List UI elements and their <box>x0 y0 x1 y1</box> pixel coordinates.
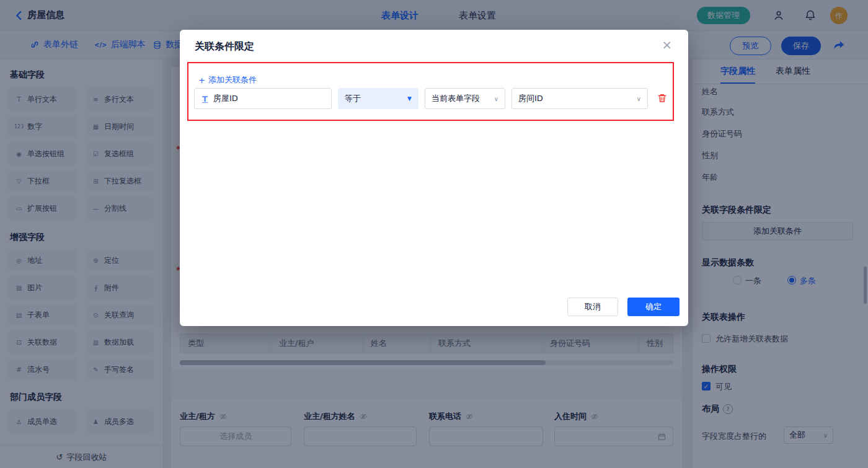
add-condition-link[interactable]: + 添加关联条件 <box>198 74 257 86</box>
condition-source-select[interactable]: 当前表单字段 ∨ <box>425 88 505 109</box>
condition-target-value: 房间ID <box>518 93 543 104</box>
chevron-down-icon: ∨ <box>637 95 641 102</box>
condition-operator-select[interactable]: 等于 ▼ <box>338 88 418 109</box>
chevron-down-icon: ∨ <box>494 95 498 102</box>
caret-down-icon: ▼ <box>407 95 412 102</box>
text-field-icon: T <box>202 94 208 104</box>
condition-field-value: 房屋ID <box>213 93 238 104</box>
close-icon[interactable]: × <box>662 38 672 51</box>
add-condition-link-label: 添加关联条件 <box>208 74 257 86</box>
trash-icon[interactable] <box>657 92 668 104</box>
confirm-button[interactable]: 确定 <box>627 298 680 316</box>
cancel-label: 取消 <box>585 301 601 312</box>
condition-operator-value: 等于 <box>345 93 361 104</box>
cancel-button[interactable]: 取消 <box>567 298 618 316</box>
condition-field-input[interactable]: T 房屋ID <box>194 88 332 109</box>
plus-icon: + <box>198 76 205 85</box>
app-root: 房屋信息 表单设计 表单设置 数据管理 作 表单外链 </> 后端脚本 数据 <box>0 0 868 468</box>
confirm-label: 确定 <box>645 301 662 312</box>
condition-source-value: 当前表单字段 <box>432 93 480 104</box>
modal-title: 关联条件限定 <box>195 40 254 53</box>
condition-target-select[interactable]: 房间ID ∨ <box>512 88 648 109</box>
condition-modal: 关联条件限定 × + 添加关联条件 T 房屋ID 等于 ▼ 当前表单字段 ∨ 房… <box>180 30 688 326</box>
